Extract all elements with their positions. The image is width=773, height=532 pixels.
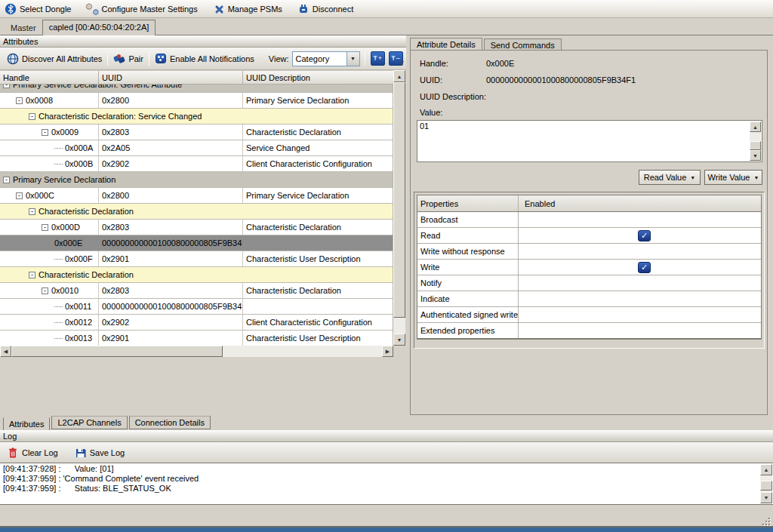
- attribute-row[interactable]: 0x00110000000000001000800000805F9B34F2: [0, 299, 393, 315]
- scroll-right-button[interactable]: ▶: [382, 346, 393, 357]
- expand-all-icon: Ŧ: [373, 55, 377, 62]
- scroll-down-button[interactable]: ▼: [393, 334, 405, 346]
- tree-collapse-icon[interactable]: -: [29, 208, 35, 215]
- scroll-up-button[interactable]: ▲: [760, 464, 772, 475]
- property-row: Notify: [417, 275, 761, 291]
- tree-collapse-icon[interactable]: -: [42, 288, 48, 294]
- clear-log-button[interactable]: Clear Log: [3, 444, 62, 462]
- value-textarea[interactable]: 01 ▲ ▼: [417, 120, 762, 162]
- attribute-group-row[interactable]: -Characteristic Declaration: Service Cha…: [0, 109, 393, 125]
- chevron-down-icon[interactable]: ▼: [346, 52, 359, 66]
- tree-collapse-icon[interactable]: -: [16, 192, 23, 199]
- toolbar-item-label: Select Dongle: [20, 5, 72, 14]
- save-log-button[interactable]: Save Log: [71, 444, 128, 462]
- toolbar-overflow-button[interactable]: ▾: [397, 60, 405, 69]
- column-header-uuid-description[interactable]: UUID Description: [243, 71, 393, 84]
- tab-master[interactable]: Master: [5, 21, 42, 35]
- attribute-row[interactable]: 0x00130x2901Characteristic User Descript…: [0, 331, 393, 346]
- tree-collapse-icon[interactable]: -: [42, 224, 48, 231]
- expand-all-button[interactable]: Ŧ+: [371, 51, 385, 66]
- group-row-label-cell: -Characteristic Declaration: [0, 204, 393, 219]
- attribute-row[interactable]: 0x000A0x2A05Service Changed: [0, 140, 393, 156]
- scroll-up-button[interactable]: ▲: [393, 70, 405, 82]
- discover-all-attributes-button[interactable]: Discover All Attributes: [3, 50, 106, 68]
- tree-branch-line: [54, 259, 63, 260]
- tree-branch-line: [54, 338, 63, 339]
- disconnect-button[interactable]: Disconnect: [296, 2, 355, 17]
- clear-log-label: Clear Log: [22, 448, 58, 457]
- attribute-group-row[interactable]: -Primary Service Declaration: Generic At…: [0, 85, 393, 93]
- property-row: Authenticated signed writes: [417, 307, 761, 323]
- group-row-label: Characteristic Declaration: [38, 270, 134, 279]
- checkbox-checked[interactable]: ✓: [638, 230, 651, 241]
- trash-icon: [7, 447, 19, 459]
- tree-collapse-icon[interactable]: -: [3, 177, 10, 183]
- value-text: 01: [420, 121, 429, 131]
- attribute-group-row[interactable]: -Primary Service Declaration: [0, 172, 393, 188]
- tree-collapse-icon[interactable]: -: [29, 272, 35, 278]
- tab-device[interactable]: capled [00:A0:50:04:20:2A]: [42, 20, 156, 35]
- tree-collapse-icon[interactable]: -: [42, 129, 48, 136]
- column-header-handle[interactable]: Handle: [0, 71, 99, 84]
- scroll-thumb[interactable]: [760, 481, 772, 490]
- scroll-thumb[interactable]: [11, 346, 223, 357]
- configure-master-settings-button[interactable]: ⚙⚙ Configure Master Settings: [85, 2, 199, 17]
- tree-collapse-icon[interactable]: -: [16, 97, 23, 104]
- resize-grip[interactable]: [761, 516, 770, 525]
- scroll-left-button[interactable]: ◀: [0, 346, 11, 357]
- uuid-label: UUID:: [420, 75, 442, 85]
- write-value-button[interactable]: Write Value▼: [704, 170, 762, 185]
- globe-icon: [7, 53, 19, 65]
- attribute-group-row[interactable]: -Characteristic Declaration: [0, 267, 393, 283]
- attribute-row[interactable]: 0x00120x2902Client Characteristic Config…: [0, 315, 393, 331]
- handle-value: 0x000E: [486, 59, 514, 68]
- toolbar-item-label: Manage PSMs: [228, 5, 282, 14]
- select-dongle-button[interactable]: Select Dongle: [3, 2, 73, 17]
- scroll-thumb[interactable]: [393, 82, 405, 318]
- attribute-row[interactable]: -0x00080x2800Primary Service Declaration: [0, 93, 393, 109]
- tree-branch-line: [54, 306, 63, 307]
- property-enabled-cell: [519, 291, 761, 306]
- attribute-row[interactable]: 0x000F0x2901Characteristic User Descript…: [0, 251, 393, 267]
- log-scrollbar[interactable]: ▲ ▼: [760, 464, 772, 503]
- toolbar-separator: [107, 52, 108, 66]
- tab-connection-details[interactable]: Connection Details: [129, 416, 211, 429]
- property-name: Write without response: [417, 244, 519, 259]
- tab-l2cap-channels[interactable]: L2CAP Channels: [51, 416, 127, 429]
- column-header-properties: Properties: [417, 195, 519, 211]
- attributes-caption: Attributes: [0, 35, 406, 48]
- enable-all-notifications-button[interactable]: Enable All Notifications: [151, 50, 258, 68]
- scroll-up-button[interactable]: ▲: [750, 121, 761, 132]
- chevron-down-icon: ▼: [753, 175, 759, 180]
- attribute-row[interactable]: -0x000D0x2803Characteristic Declaration: [0, 220, 393, 235]
- view-combobox[interactable]: Category ▼: [292, 51, 360, 66]
- scroll-thumb[interactable]: [750, 141, 761, 150]
- attribute-row[interactable]: -0x000C0x2800Primary Service Declaration: [0, 188, 393, 204]
- handle-cell: 0x000B: [0, 156, 99, 171]
- uuid-description-cell: Service Changed: [243, 140, 393, 155]
- pair-button[interactable]: Pair: [109, 50, 147, 68]
- handle-cell: -0x000D: [0, 220, 99, 235]
- handle-cell: 0x000A: [0, 140, 99, 155]
- attribute-row[interactable]: 0x000B0x2902Client Characteristic Config…: [0, 156, 393, 172]
- attributes-horizontal-scrollbar[interactable]: ◀ ▶: [0, 346, 393, 357]
- attribute-row[interactable]: 0x000E0000000000001000800000805F9B34F1: [0, 235, 393, 251]
- value-scrollbar[interactable]: ▲ ▼: [750, 121, 761, 161]
- checkbox-checked[interactable]: ✓: [638, 262, 651, 273]
- tree-collapse-icon[interactable]: -: [29, 113, 35, 120]
- tree-collapse-icon[interactable]: -: [3, 85, 10, 88]
- read-value-button[interactable]: Read Value▼: [639, 170, 701, 185]
- manage-psms-button[interactable]: Manage PSMs: [211, 2, 284, 17]
- attribute-group-row[interactable]: -Characteristic Declaration: [0, 204, 393, 220]
- scroll-down-button[interactable]: ▼: [760, 492, 772, 503]
- attributes-table: -Primary Service Declaration: Generic At…: [0, 85, 393, 346]
- scroll-down-button[interactable]: ▼: [750, 150, 761, 161]
- attributes-vertical-scrollbar[interactable]: ▲ ▼: [393, 70, 405, 346]
- properties-panel: Properties Enabled BroadcastRead✓Write w…: [414, 192, 765, 349]
- uuid-description-cell: Characteristic Declaration: [243, 125, 393, 140]
- attribute-row[interactable]: -0x00100x2803Characteristic Declaration: [0, 283, 393, 299]
- attribute-row[interactable]: -0x00090x2803Characteristic Declaration: [0, 125, 393, 140]
- column-header-uuid[interactable]: UUID: [99, 71, 243, 84]
- tab-attributes[interactable]: Attributes: [3, 417, 50, 431]
- log-output[interactable]: [09:41:37:928] : Value: [01][09:41:37:95…: [0, 463, 773, 505]
